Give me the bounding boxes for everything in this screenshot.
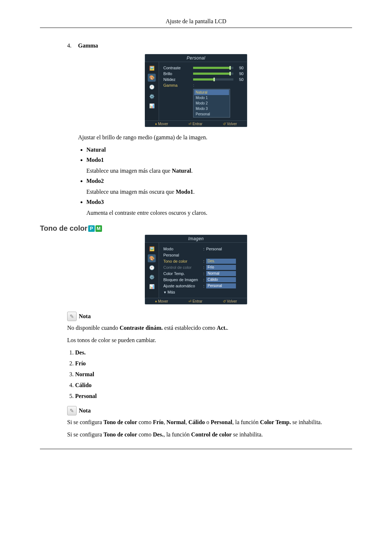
note-icon: ✎ — [67, 312, 77, 321]
nitidez-slider — [193, 78, 233, 81]
osd2-row-ajuste: Ajuste automático : Personal — [163, 283, 244, 289]
enter-icon: ⏎ — [188, 122, 191, 126]
bullet-modo3-desc: Aumenta el contraste entre colores oscur… — [86, 210, 352, 216]
move-icon: ♦ — [155, 299, 157, 303]
osd2-footer-enter: Entrar — [192, 299, 202, 303]
bullet-natural-label: Natural — [86, 147, 106, 153]
tono-options-list: Des. Frío Normal Cálido Personal — [40, 349, 352, 399]
bullet-modo2-label: Modo2 — [86, 178, 104, 184]
tono-de-color-text: Tono de color — [40, 224, 87, 233]
nota-1: ✎ Nota — [67, 312, 352, 321]
clock-icon: 🕘 — [148, 83, 156, 91]
osd2-row-personal: Personal — [163, 252, 244, 258]
osd1-row-brillo: Brillo 90 — [163, 71, 244, 77]
osd2-title: Imagen — [145, 235, 247, 243]
osd1-footer: ♦Mover ⏎Entrar ↺Volver — [145, 120, 247, 127]
brillo-value: 90 — [236, 71, 244, 76]
osd2-row-tono: Tono de color : Des. — [163, 258, 244, 264]
nota-2: ✎ Nota — [67, 406, 352, 415]
image-settings-icon: 🎨 — [148, 74, 156, 82]
gamma-label: Gamma — [78, 42, 98, 49]
nota-1-label: Nota — [79, 313, 91, 320]
tono-de-color-heading: Tono de color P M — [40, 224, 352, 233]
bullet-modo2-desc: Establece una imagen más oscura que Modo… — [86, 189, 352, 195]
brillo-slider — [193, 73, 233, 75]
osd1-nitidez-label: Nitidez — [163, 77, 193, 82]
bullet-modo1-desc: Establece una imagen más clara que Natur… — [86, 168, 352, 174]
nitidez-value: 50 — [236, 77, 244, 82]
osd-personal-panel: Personal 🖼️ 🎨 🕘 ⚙️ 📊 Contraste — [145, 54, 247, 127]
osd1-row-gamma: Gamma : — [163, 82, 244, 88]
contraste-slider — [193, 67, 233, 69]
osd2-footer: ♦Mover ⏎Entrar ↺Volver — [145, 298, 247, 304]
osd-imagen-panel: Imagen 🖼️ 🎨 🕘 ⚙️ 📊 Modo : Personal — [145, 235, 247, 304]
osd1-footer-enter: Entrar — [192, 122, 202, 126]
tono-item-des: Des. — [75, 349, 352, 356]
move-icon: ♦ — [155, 122, 157, 126]
osd1-footer-back: Volver — [227, 122, 237, 126]
contraste-value: 90 — [236, 66, 244, 70]
tono-item-frio: Frío — [75, 360, 352, 367]
badge-m-icon: M — [95, 225, 102, 232]
osd2-footer-back: Volver — [227, 299, 237, 303]
gamma-number: 4. — [67, 42, 78, 49]
bullet-natural: Natural — [86, 147, 352, 153]
tono-item-personal: Personal — [75, 393, 352, 399]
tono-item-calido: Cálido — [75, 382, 352, 389]
osd1-contraste-label: Contraste — [163, 66, 193, 70]
gear-icon: ⚙️ — [148, 273, 156, 281]
osd2-row-colortemp: Color Temp. : Normal — [163, 270, 244, 276]
back-icon: ↺ — [223, 122, 226, 126]
osd2-row-modo: Modo : Personal — [163, 246, 244, 252]
multi-icon: 📊 — [148, 283, 156, 291]
clock-icon: 🕘 — [148, 264, 156, 272]
page-header-title: Ajuste de la pantalla LCD — [40, 18, 352, 25]
image-settings-icon: 🎨 — [148, 254, 156, 262]
gamma-opt-modo3: Modo 3 — [194, 106, 229, 111]
bullet-modo3-label: Modo3 — [86, 199, 104, 205]
gamma-opt-natural: Natural — [194, 90, 229, 95]
osd1-footer-move: Mover — [158, 122, 168, 126]
back-icon: ↺ — [223, 299, 226, 303]
gamma-description: Ajustar el brillo de rango medio (gamma)… — [78, 134, 352, 141]
gamma-dropdown: Natural Modo 1 Modo 2 Modo 3 Personal — [193, 89, 230, 118]
enter-icon: ⏎ — [188, 299, 191, 303]
note-icon: ✎ — [67, 406, 77, 415]
osd1-gamma-label: Gamma — [163, 83, 193, 87]
nota-1-line2: Los tonos de color se pueden cambiar. — [67, 337, 352, 344]
gamma-opt-modo2: Modo 2 — [194, 100, 229, 106]
picture-icon: 🖼️ — [148, 64, 156, 72]
multi-icon: 📊 — [148, 102, 156, 110]
osd1-brillo-label: Brillo — [163, 71, 193, 76]
nota-2-para2: Si se configura Tono de color como Des.,… — [67, 431, 352, 438]
badge-p-icon: P — [88, 225, 95, 232]
bullet-modo2: Modo2 Establece una imagen más oscura qu… — [86, 178, 352, 195]
osd1-sidebar: 🖼️ 🎨 🕘 ⚙️ 📊 — [145, 62, 159, 120]
footer-rule — [40, 449, 352, 449]
bullet-modo3: Modo3 Aumenta el contraste entre colores… — [86, 199, 352, 216]
bullet-modo1-label: Modo1 — [86, 157, 104, 163]
osd2-row-mas: ▼ Más — [163, 289, 244, 295]
osd2-row-control: Control de color : Frío — [163, 264, 244, 270]
bullet-modo1: Modo1 Establece una imagen más clara que… — [86, 157, 352, 174]
nota-2-label: Nota — [79, 407, 91, 414]
osd1-title: Personal — [145, 54, 247, 62]
osd2-sidebar: 🖼️ 🎨 🕘 ⚙️ 📊 — [145, 243, 159, 298]
header-rule — [40, 28, 352, 28]
gear-icon: ⚙️ — [148, 93, 156, 100]
down-arrow-icon: ▼ — [163, 291, 167, 294]
gamma-opt-personal: Personal — [194, 111, 229, 117]
osd1-row-contraste: Contraste 90 — [163, 65, 244, 71]
gamma-opt-modo1: Modo 1 — [194, 95, 229, 100]
nota-2-para1: Si se configura Tono de color como Frío,… — [67, 419, 352, 426]
nota-1-line1: No disponible cuando Contraste dinám. es… — [67, 325, 352, 331]
osd2-footer-move: Mover — [158, 299, 168, 303]
osd1-row-nitidez: Nitidez 50 — [163, 77, 244, 82]
tono-item-normal: Normal — [75, 371, 352, 378]
picture-icon: 🖼️ — [148, 245, 156, 253]
gamma-heading: 4. Gamma — [67, 42, 352, 49]
osd2-row-bloqueo: Bloqueo de Imagen : Cálido — [163, 276, 244, 283]
